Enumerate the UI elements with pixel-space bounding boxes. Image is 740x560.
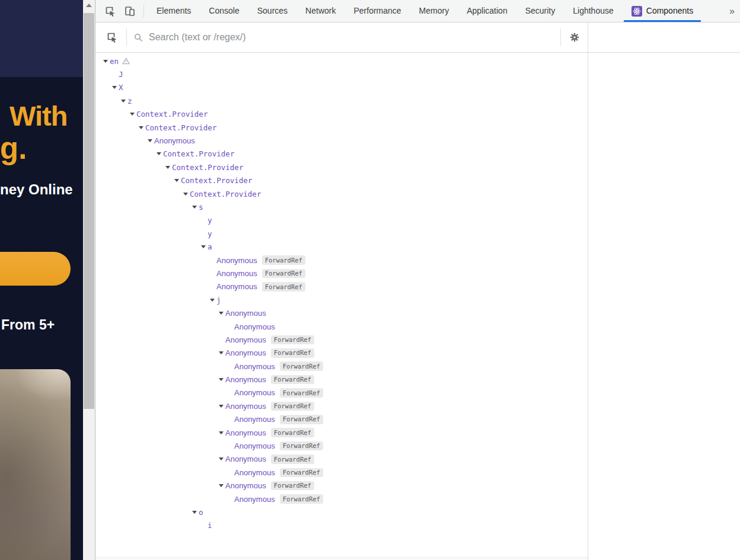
expand-arrow-icon[interactable] bbox=[156, 152, 161, 155]
tree-row[interactable]: AnonymousForwardRef bbox=[95, 360, 588, 373]
tree-row[interactable]: y bbox=[95, 227, 588, 240]
tree-row[interactable]: J bbox=[95, 68, 588, 81]
tree-row[interactable]: Anonymous bbox=[95, 134, 588, 147]
expand-arrow-icon[interactable] bbox=[192, 206, 197, 209]
component-name: X bbox=[119, 83, 123, 92]
expand-arrow-icon[interactable] bbox=[165, 166, 170, 169]
expand-arrow-icon[interactable] bbox=[218, 312, 224, 315]
tree-row[interactable]: s bbox=[95, 200, 588, 213]
component-name: Anonymous bbox=[225, 402, 266, 411]
tree-row[interactable]: AnonymousForwardRef bbox=[95, 439, 588, 452]
forwardref-badge: ForwardRef bbox=[271, 375, 314, 385]
settings-gear-icon[interactable] bbox=[569, 32, 580, 43]
scrollbar-thumb[interactable] bbox=[84, 13, 94, 409]
component-name: Anonymous bbox=[154, 136, 195, 145]
more-tabs-icon[interactable]: » bbox=[729, 0, 735, 22]
hero-cta-button[interactable] bbox=[0, 252, 71, 286]
tree-row[interactable]: AnonymousForwardRef bbox=[95, 373, 588, 386]
web-page-viewport: With g. ney Online From 5+ bbox=[0, 0, 83, 560]
tree-row[interactable]: X bbox=[95, 81, 588, 94]
expand-arrow-icon[interactable] bbox=[111, 86, 117, 89]
expand-arrow-icon[interactable] bbox=[218, 431, 224, 434]
tree-row[interactable]: AnonymousForwardRef bbox=[95, 453, 588, 466]
tree-row[interactable]: AnonymousForwardRef bbox=[95, 386, 588, 399]
component-name: Anonymous bbox=[225, 481, 266, 490]
tree-horizontal-scrollbar[interactable] bbox=[95, 557, 588, 560]
tab-label: Memory bbox=[419, 0, 449, 22]
tree-row[interactable]: AnonymousForwardRef bbox=[95, 267, 588, 280]
component-name: j bbox=[216, 296, 221, 305]
inspect-component-icon[interactable] bbox=[106, 31, 118, 43]
tree-row[interactable]: Anonymous bbox=[95, 306, 588, 319]
component-name: y bbox=[208, 216, 212, 225]
expand-arrow-icon[interactable] bbox=[218, 351, 224, 354]
tree-row[interactable]: AnonymousForwardRef bbox=[95, 254, 588, 267]
tab-elements[interactable]: Elements bbox=[148, 0, 200, 22]
tab-components[interactable]: Components bbox=[623, 0, 702, 22]
tab-network[interactable]: Network bbox=[296, 0, 345, 22]
tab-label: Console bbox=[209, 0, 239, 22]
tree-row[interactable]: o bbox=[95, 505, 588, 519]
tree-row[interactable]: Context.Provider bbox=[95, 121, 588, 134]
tree-row[interactable]: AnonymousForwardRef bbox=[95, 280, 588, 293]
tab-application[interactable]: Application bbox=[458, 0, 516, 22]
expand-arrow-icon[interactable] bbox=[147, 139, 152, 142]
expand-arrow-icon[interactable] bbox=[200, 245, 206, 248]
tree-row[interactable]: AnonymousForwardRef bbox=[95, 492, 588, 505]
tree-row[interactable]: Context.Provider bbox=[95, 148, 588, 161]
tree-row[interactable]: AnonymousForwardRef bbox=[95, 426, 588, 439]
component-name: Anonymous bbox=[234, 362, 275, 371]
tree-row[interactable]: en bbox=[95, 55, 588, 68]
tree-row[interactable]: AnonymousForwardRef bbox=[95, 399, 588, 412]
tree-row[interactable]: AnonymousForwardRef bbox=[95, 479, 588, 492]
device-toolbar-icon[interactable] bbox=[124, 5, 136, 17]
component-name: Anonymous bbox=[234, 415, 275, 424]
expand-arrow-icon[interactable] bbox=[218, 484, 224, 487]
tree-row[interactable]: i bbox=[95, 519, 588, 532]
tab-lighthouse[interactable]: Lighthouse bbox=[564, 0, 623, 22]
tree-row[interactable]: Context.Provider bbox=[95, 174, 588, 187]
tree-row[interactable]: Context.Provider bbox=[95, 108, 588, 121]
expand-arrow-icon[interactable] bbox=[120, 100, 126, 103]
tab-memory[interactable]: Memory bbox=[410, 0, 458, 22]
tree-row[interactable]: a bbox=[95, 240, 588, 253]
tree-row[interactable]: Context.Provider bbox=[95, 187, 588, 200]
expand-arrow-icon[interactable] bbox=[183, 193, 188, 196]
expand-arrow-icon[interactable] bbox=[218, 405, 224, 408]
expand-arrow-icon[interactable] bbox=[174, 179, 179, 182]
page-scrollbar[interactable] bbox=[83, 0, 95, 560]
expand-arrow-icon[interactable] bbox=[103, 60, 108, 63]
component-name: Context.Provider bbox=[181, 176, 252, 185]
devtools-panel: ElementsConsoleSourcesNetworkPerformance… bbox=[95, 0, 740, 560]
search-input[interactable] bbox=[149, 32, 552, 43]
component-name: Anonymous bbox=[225, 335, 266, 344]
tree-row[interactable]: AnonymousForwardRef bbox=[95, 347, 588, 360]
hero-subheading: ney Online bbox=[0, 181, 73, 198]
expand-arrow-icon[interactable] bbox=[138, 126, 143, 129]
expand-arrow-icon[interactable] bbox=[192, 511, 197, 514]
tab-sources[interactable]: Sources bbox=[248, 0, 296, 22]
tree-row[interactable]: Context.Provider bbox=[95, 161, 588, 174]
tree-row[interactable]: AnonymousForwardRef bbox=[95, 413, 588, 426]
inspect-element-icon[interactable] bbox=[104, 5, 116, 17]
expand-arrow-icon[interactable] bbox=[218, 378, 224, 381]
forwardref-badge: ForwardRef bbox=[271, 455, 314, 464]
toolbar-separator bbox=[126, 28, 127, 46]
expand-arrow-icon[interactable] bbox=[129, 113, 135, 116]
component-name: Context.Provider bbox=[190, 190, 261, 199]
tree-row[interactable]: AnonymousForwardRef bbox=[95, 466, 588, 479]
tab-console[interactable]: Console bbox=[200, 0, 248, 22]
tree-row[interactable]: Anonymous bbox=[95, 320, 588, 333]
tree-row[interactable]: z bbox=[95, 94, 588, 107]
component-name: Anonymous bbox=[234, 495, 275, 504]
component-name: y bbox=[208, 229, 212, 238]
tree-row[interactable]: j bbox=[95, 293, 588, 306]
tree-row[interactable]: AnonymousForwardRef bbox=[95, 333, 588, 346]
expand-arrow-icon[interactable] bbox=[218, 457, 224, 460]
expand-arrow-icon[interactable] bbox=[209, 299, 215, 302]
component-name: Anonymous bbox=[216, 269, 257, 278]
tab-security[interactable]: Security bbox=[516, 0, 564, 22]
tab-performance[interactable]: Performance bbox=[345, 0, 410, 22]
scrollbar-up-button[interactable] bbox=[83, 0, 95, 10]
tree-row[interactable]: y bbox=[95, 214, 588, 227]
